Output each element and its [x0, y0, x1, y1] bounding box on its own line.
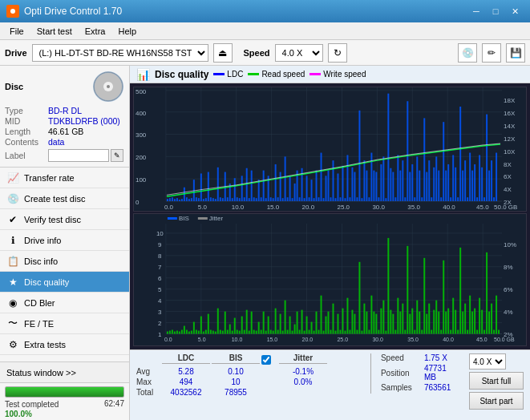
mid-key: MID — [5, 116, 48, 126]
svg-rect-120 — [337, 173, 338, 201]
svg-rect-186 — [496, 153, 497, 201]
progress-time: 62:47 — [104, 399, 124, 410]
svg-rect-371 — [483, 329, 485, 333]
start-part-button[interactable]: Start part — [469, 392, 524, 410]
disc-icon — [92, 71, 124, 103]
svg-rect-377 — [498, 329, 500, 333]
nav-fe-te[interactable]: 〜 FE / TE — [0, 313, 129, 334]
svg-rect-317 — [354, 313, 355, 333]
speed-select[interactable]: 4.0 X — [275, 44, 323, 62]
disc-button[interactable]: 💿 — [458, 43, 477, 63]
svg-rect-245 — [181, 329, 183, 333]
drive-select[interactable]: (L:) HL-DT-ST BD-RE WH16NS58 TST4 — [32, 44, 208, 62]
svg-rect-95 — [277, 197, 279, 201]
jitter-checkbox[interactable] — [261, 355, 271, 365]
svg-rect-282 — [270, 329, 272, 333]
svg-rect-370 — [481, 309, 483, 333]
svg-text:40.0: 40.0 — [443, 337, 454, 342]
svg-rect-364 — [467, 329, 468, 333]
svg-text:16X: 16X — [504, 110, 516, 117]
save-button[interactable]: 💾 — [506, 43, 525, 63]
minimize-button[interactable]: ─ — [467, 4, 485, 18]
nav-verify-test-disc[interactable]: ✔ Verify test disc — [0, 209, 129, 230]
svg-rect-58 — [188, 199, 190, 201]
refresh-button[interactable]: ↻ — [328, 43, 347, 63]
nav-create-test-disc[interactable]: 💿 Create test disc — [0, 188, 129, 209]
svg-rect-63 — [200, 173, 202, 201]
legend-read-color — [248, 73, 259, 75]
svg-rect-165 — [445, 171, 447, 201]
svg-rect-180 — [481, 168, 483, 201]
svg-rect-367 — [474, 308, 475, 333]
svg-rect-336 — [399, 311, 401, 333]
svg-rect-362 — [462, 311, 463, 333]
svg-text:2: 2 — [158, 319, 162, 326]
svg-rect-261 — [220, 329, 221, 333]
close-button[interactable]: ✕ — [506, 4, 524, 18]
svg-rect-313 — [344, 330, 346, 333]
progress-bar-inner — [6, 387, 123, 397]
menu-file[interactable]: File — [3, 25, 30, 38]
speed-dropdown-select[interactable]: 4.0 X — [469, 353, 506, 370]
menu-help[interactable]: Help — [111, 25, 143, 38]
app-title: Opti Drive Control 1.70 — [24, 6, 467, 17]
svg-rect-374 — [491, 303, 492, 333]
svg-rect-348 — [428, 303, 430, 333]
nav-disc-quality[interactable]: ★ Disc quality — [0, 272, 129, 293]
svg-rect-66 — [208, 172, 209, 201]
menu-extra[interactable]: Extra — [79, 25, 112, 38]
maximize-button[interactable]: □ — [487, 4, 504, 18]
svg-text:5.0: 5.0 — [198, 204, 208, 211]
nav-extra-tests[interactable]: ⚙ Extra tests — [0, 334, 129, 355]
verify-test-disc-icon: ✔ — [6, 213, 19, 226]
svg-text:12X: 12X — [504, 135, 516, 143]
disc-section-title: Disc — [5, 82, 92, 91]
legend-ldc-label: LDC — [227, 70, 243, 79]
start-full-button[interactable]: Start full — [469, 372, 524, 390]
svg-rect-147 — [402, 160, 403, 201]
pencil-button[interactable]: ✏ — [482, 43, 501, 63]
svg-rect-98 — [285, 156, 286, 201]
menu-start-test[interactable]: Start test — [30, 25, 79, 38]
samples-key: Samples — [381, 383, 421, 392]
svg-rect-290 — [289, 316, 291, 333]
mid-value: TDKBLDRFB (000) — [48, 116, 120, 126]
svg-rect-346 — [423, 257, 425, 333]
nav-cd-bler[interactable]: ◉ CD Bler — [0, 293, 129, 313]
eject-button[interactable]: ⏏ — [213, 43, 233, 63]
svg-rect-344 — [419, 311, 420, 333]
svg-rect-276 — [256, 330, 257, 333]
svg-rect-87 — [258, 180, 260, 201]
svg-text:8: 8 — [158, 252, 162, 259]
charts-container: 0 100 200 300 400 500 2X 4X 6X 8X 10X 12… — [130, 83, 530, 349]
nav-transfer-rate[interactable]: 📈 Transfer rate — [0, 168, 129, 188]
legend-ldc: LDC — [213, 70, 243, 79]
svg-text:20.0: 20.0 — [302, 337, 314, 342]
total-label: Total — [136, 388, 160, 397]
svg-text:35.0: 35.0 — [407, 337, 419, 342]
nav-fe-te-label: FE / TE — [24, 319, 54, 329]
nav-drive-info[interactable]: ℹ Drive info — [0, 230, 129, 251]
label-input[interactable] — [48, 149, 109, 162]
svg-rect-115 — [326, 176, 327, 201]
svg-rect-80 — [241, 176, 243, 201]
svg-rect-315 — [349, 329, 350, 333]
svg-rect-135 — [373, 171, 374, 201]
svg-rect-128 — [356, 197, 358, 201]
progress-bar-outer — [5, 386, 124, 398]
status-window-button[interactable]: Status window >> — [0, 362, 129, 383]
label-edit-button[interactable]: ✎ — [111, 149, 123, 162]
svg-rect-71 — [220, 197, 221, 201]
svg-rect-292 — [294, 324, 296, 333]
svg-rect-363 — [464, 303, 466, 333]
nav-disc-info[interactable]: 📋 Disc info — [0, 251, 129, 272]
svg-rect-138 — [380, 164, 382, 201]
sidebar: Disc Type BD-R DL MID TDKBLDRFB (000) Le… — [0, 66, 130, 420]
svg-rect-305 — [326, 316, 327, 333]
svg-text:500: 500 — [136, 88, 147, 95]
max-bis: 10 — [231, 378, 240, 386]
svg-rect-157 — [426, 172, 427, 201]
drive-info-icon: ℹ — [6, 234, 19, 247]
svg-text:20.0: 20.0 — [302, 204, 315, 211]
svg-rect-84 — [251, 171, 253, 201]
